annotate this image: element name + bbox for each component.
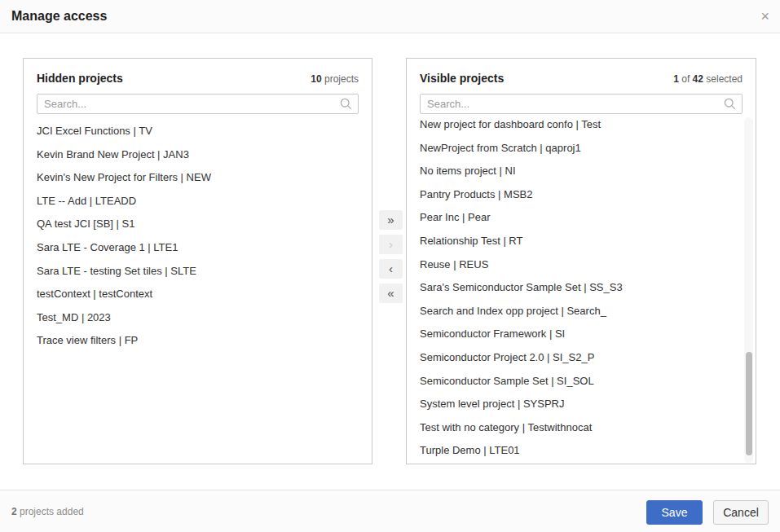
project-list-item[interactable]: Semiconductor Sample Set | SI_SOL bbox=[408, 370, 755, 394]
search-icon bbox=[723, 97, 737, 111]
hidden-projects-count-label: projects bbox=[322, 73, 359, 85]
visible-selected-label: selected bbox=[703, 73, 743, 85]
hidden-projects-list: JCI Excel Functions | TVKevin Brand New … bbox=[24, 117, 371, 463]
projects-added-label: projects added bbox=[17, 506, 84, 517]
project-list-item[interactable]: Sara LTE - testing Set tiles | SLTE bbox=[24, 260, 371, 284]
hidden-projects-search bbox=[37, 94, 359, 114]
visible-of-label: of bbox=[679, 73, 693, 85]
visible-projects-list-items: New project for dashboard confo | TestNe… bbox=[408, 117, 755, 463]
hidden-projects-count: 10 projects bbox=[311, 73, 359, 85]
project-list-item[interactable]: Sara LTE - Coverage 1 | LTE1 bbox=[24, 236, 371, 260]
visible-selected-number: 1 bbox=[673, 73, 679, 85]
cancel-button[interactable]: Cancel bbox=[713, 500, 769, 525]
visible-projects-panel: Visible projects 1 of 42 selected New pr… bbox=[406, 58, 756, 464]
transfer-buttons: » › ‹ « bbox=[379, 210, 403, 303]
hidden-projects-search-input[interactable] bbox=[37, 94, 359, 114]
project-list-item[interactable]: NewProject from Scratch | qaproj1 bbox=[408, 137, 755, 160]
project-list-item[interactable]: Test with no category | Testwithnocat bbox=[408, 416, 755, 440]
hidden-projects-header: Hidden projects 10 projects bbox=[37, 72, 359, 85]
project-list-item[interactable]: Semiconductor Project 2.0 | SI_S2_P bbox=[408, 346, 755, 370]
project-list-item[interactable]: LTE -- Add | LTEADD bbox=[24, 190, 371, 213]
project-list-item[interactable]: Test_MD | 2023 bbox=[24, 306, 371, 330]
hidden-projects-title: Hidden projects bbox=[37, 72, 123, 85]
projects-added-note: 2 projects added bbox=[11, 506, 84, 517]
hidden-projects-count-number: 10 bbox=[311, 73, 321, 85]
project-list-item[interactable]: QA test JCI [SB] | S1 bbox=[24, 213, 371, 236]
scrollbar-thumb[interactable] bbox=[746, 352, 752, 455]
project-list-item[interactable]: Trace view filters | FP bbox=[24, 329, 371, 353]
project-list-item[interactable]: Pear Inc | Pear bbox=[408, 206, 755, 230]
project-list-item[interactable]: Semiconductor Framework | SI bbox=[408, 323, 755, 346]
move-all-left-button[interactable]: « bbox=[379, 284, 403, 303]
move-left-button[interactable]: ‹ bbox=[379, 259, 403, 279]
move-right-button[interactable]: › bbox=[379, 235, 403, 254]
visible-projects-search-input[interactable] bbox=[420, 94, 743, 114]
project-list-item[interactable]: New project for dashboard confo | Test bbox=[408, 117, 755, 137]
project-list-item[interactable]: Relationship Test | RT bbox=[408, 230, 755, 253]
project-list-item[interactable]: Sara's Semiconductor Sample Set | SS_S3 bbox=[408, 276, 755, 300]
visible-projects-count: 1 of 42 selected bbox=[673, 73, 743, 85]
project-list-item[interactable]: JCI Excel Functions | TV bbox=[24, 120, 371, 143]
dialog-title: Manage access bbox=[11, 9, 107, 24]
project-list-item[interactable]: testContext | testContext bbox=[24, 283, 371, 306]
visible-total-number: 42 bbox=[693, 73, 703, 85]
visible-projects-list: New project for dashboard confo | TestNe… bbox=[408, 117, 755, 463]
project-list-item[interactable]: Search and Index opp project | Search_ bbox=[408, 300, 755, 323]
search-icon bbox=[339, 97, 353, 111]
visible-projects-title: Visible projects bbox=[420, 72, 504, 85]
project-list-item[interactable]: System level project | SYSPRJ bbox=[408, 393, 755, 416]
visible-projects-search bbox=[420, 94, 743, 114]
project-list-item[interactable]: Kevin's New Project for Filters | NEW bbox=[24, 166, 371, 190]
close-icon[interactable]: × bbox=[760, 9, 769, 24]
visible-projects-header: Visible projects 1 of 42 selected bbox=[420, 72, 743, 85]
project-list-item[interactable]: Reuse | REUS bbox=[408, 253, 755, 277]
project-list-item[interactable]: No items project | NI bbox=[408, 160, 755, 183]
save-button[interactable]: Save bbox=[646, 500, 703, 525]
move-all-right-button[interactable]: » bbox=[379, 210, 403, 230]
project-list-item[interactable]: Pantry Products | MSB2 bbox=[408, 183, 755, 207]
project-list-item[interactable]: Turple Demo | LTE01 bbox=[408, 439, 755, 463]
scrollbar-track[interactable] bbox=[744, 117, 753, 463]
hidden-projects-list-items: JCI Excel Functions | TVKevin Brand New … bbox=[24, 117, 371, 353]
project-list-item[interactable]: Kevin Brand New Project | JAN3 bbox=[24, 143, 371, 167]
projects-added-number: 2 bbox=[11, 506, 17, 517]
dialog-header: Manage access × bbox=[0, 0, 780, 33]
hidden-projects-panel: Hidden projects 10 projects JCI Excel Fu… bbox=[23, 58, 372, 464]
dialog-footer: 2 projects added Save Cancel bbox=[0, 490, 780, 532]
